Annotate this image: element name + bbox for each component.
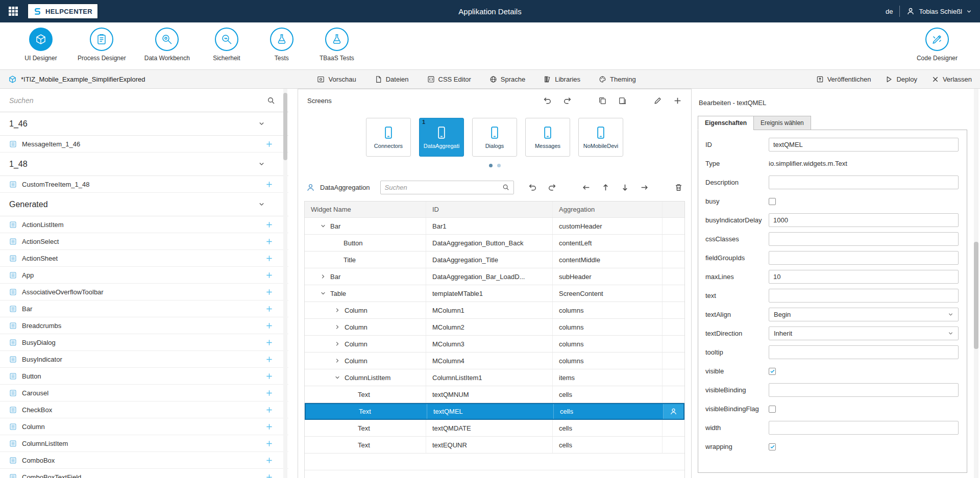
language-selector[interactable]: de [886,8,893,15]
move-down-icon[interactable] [621,183,629,192]
toolbar-item-dateien[interactable]: Dateien [375,76,409,83]
pagination-dot-2[interactable] [497,164,501,167]
plus-icon[interactable] [265,356,273,363]
edit-screen-icon[interactable] [653,96,662,105]
nav-item-tbaas-tests[interactable]: TBaaS Tests [318,28,355,62]
nav-item-code-designer[interactable]: Code Designer [917,28,958,62]
property-input-width[interactable] [769,421,959,435]
sidebar-item-app[interactable]: App [0,267,288,284]
sidebar-group-generated[interactable]: Generated [0,193,288,216]
plus-icon[interactable] [265,457,273,464]
toolbar-item-theming[interactable]: Theming [599,76,636,83]
sidebar-item-column[interactable]: Column [0,418,288,435]
page-scrollbar[interactable] [974,89,978,478]
expand-node-icon[interactable] [334,324,345,330]
collapse-node-icon[interactable] [320,223,330,229]
undo-icon[interactable] [543,96,552,105]
pagination-dot-1[interactable] [489,164,493,167]
plus-icon[interactable] [265,255,273,262]
sidebar-item-carousel[interactable]: Carousel [0,385,288,401]
plus-icon[interactable] [265,372,273,380]
plus-icon[interactable] [265,389,273,397]
sidebar-item-busydialog[interactable]: BusyDialog [0,334,288,351]
plus-icon[interactable] [265,305,273,313]
sidebar-item-bar[interactable]: Bar [0,300,288,317]
move-right-icon[interactable] [640,183,649,192]
sidebar-scrollbar-thumb[interactable] [283,93,287,160]
expand-node-icon[interactable] [334,307,345,313]
widget-tree-row-columnlistitem1[interactable]: ColumnListItemColumnListItem1items [305,369,684,386]
sidebar-item-actionlistitem[interactable]: ActionListItem [0,216,288,233]
widget-tree-row-mcolumn1[interactable]: ColumnMColumn1columns [305,302,684,319]
property-input-cssclasses[interactable] [769,232,959,246]
application-name[interactable]: *ITIZ_Mobile_Example_SimplifierExplored [8,75,145,84]
sidebar-group-1-48[interactable]: 1_48 [0,153,288,176]
sidebar-item-checkbox[interactable]: CheckBox [0,401,288,418]
add-screen-icon[interactable] [673,96,682,105]
toolbar-item-vorschau[interactable]: Vorschau [317,76,356,83]
nav-item-process-designer[interactable]: Process Designer [78,28,126,62]
tree-search-input[interactable] [385,184,499,191]
plus-icon[interactable] [265,238,273,245]
widget-tree-row-dataaggregation-bar-loadd[interactable]: BarDataAggregation_Bar_LoadD...subHeader [305,268,684,285]
nav-item-sicherheit[interactable]: Sicherheit [208,28,245,62]
plus-icon[interactable] [265,271,273,279]
sidebar-scrollbar[interactable] [283,89,287,478]
sidebar-item-messageitem-1-46[interactable]: MessageItem_1_46 [0,136,288,153]
move-up-icon[interactable] [601,183,610,192]
property-input-tooltip[interactable] [769,345,959,359]
widget-tree-row-textequnr[interactable]: TexttextEQUNRcells [305,437,684,454]
collapse-node-icon[interactable] [320,290,330,296]
plus-icon[interactable] [265,288,273,296]
screen-card-dataaggregati[interactable]: 1DataAggregati [419,118,464,157]
redo-icon[interactable] [548,183,556,192]
property-select-textdirection[interactable]: Inherit [769,326,959,340]
toolbar-item-deploy[interactable]: Deploy [885,76,917,83]
sidebar-item-busyindicator[interactable]: BusyIndicator [0,351,288,368]
tab-ereignis-w-hlen[interactable]: Ereignis wählen [753,116,811,130]
redo-icon[interactable] [563,96,572,105]
widget-search-input[interactable] [9,96,262,105]
widget-tree-row-bar1[interactable]: BarBar1customHeader [305,218,684,235]
sidebar-item-button[interactable]: Button [0,368,288,385]
sidebar-group-1-46[interactable]: 1_46 [0,112,288,136]
property-checkbox-busy[interactable] [769,198,776,205]
property-checkbox-visible[interactable] [769,368,776,375]
paste-screen-icon[interactable] [618,96,627,105]
plus-icon[interactable] [265,473,273,478]
property-input-busyindicatordelay[interactable] [769,213,959,227]
plus-icon[interactable] [265,406,273,414]
widget-tree-row-textqmnum[interactable]: TexttextQMNUMcells [305,386,684,403]
property-input-fieldgroupids[interactable] [769,251,959,265]
toolbar-item-css-editor[interactable]: CSS Editor [427,76,471,83]
nav-item-tests[interactable]: Tests [263,28,300,62]
expand-node-icon[interactable] [334,341,345,347]
sidebar-item-associativeoverflowtoolbar[interactable]: AssociativeOverflowToolbar [0,284,288,300]
property-input-description[interactable] [769,175,959,189]
move-left-icon[interactable] [582,183,591,192]
sidebar-item-combobox[interactable]: ComboBox [0,452,288,469]
toolbar-item-sprache[interactable]: Sprache [489,76,525,83]
toolbar-item-libraries[interactable]: Libraries [544,76,580,83]
nav-item-ui-designer[interactable]: UI Designer [22,28,59,62]
plus-icon[interactable] [265,423,273,431]
plus-icon[interactable] [265,140,273,148]
screen-card-dialogs[interactable]: Dialogs [472,118,517,157]
expand-node-icon[interactable] [320,273,330,280]
plus-icon[interactable] [265,339,273,346]
expand-node-icon[interactable] [334,358,345,364]
toolbar-item-verlassen[interactable]: Verlassen [932,76,972,83]
screen-card-nomobiledevi[interactable]: NoMobileDevi [578,118,623,157]
sidebar-item-breadcrumbs[interactable]: Breadcrumbs [0,317,288,334]
sidebar-item-columnlistitem[interactable]: ColumnListItem [0,435,288,452]
toolbar-item-ver-ffentlichen[interactable]: Veröffentlichen [816,76,871,83]
sidebar-item-comboboxtextfield[interactable]: ComboBoxTextField [0,469,288,478]
widget-tree-row-textqmel[interactable]: TexttextQMELcells [305,403,684,420]
plus-icon[interactable] [265,181,273,188]
widget-tree-row-templatemtable1[interactable]: TabletemplateMTable1ScreenContent [305,285,684,302]
plus-icon[interactable] [265,322,273,330]
delete-widget-icon[interactable] [674,183,683,192]
widget-tree-row-dataaggregation-title[interactable]: TitleDataAggregation_TitlecontentMiddle [305,251,684,268]
plus-icon[interactable] [265,440,273,447]
property-select-textalign[interactable]: Begin [769,308,959,321]
